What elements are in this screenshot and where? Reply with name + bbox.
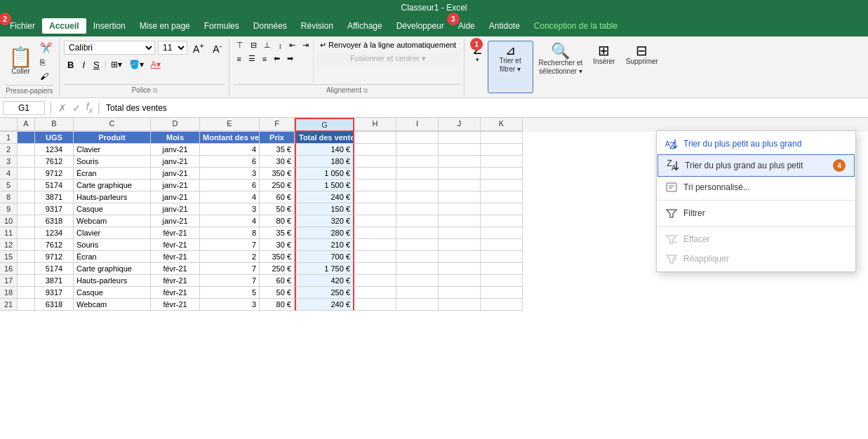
menu-item-mise-en-page[interactable]: Mise en page [133,18,197,34]
menu-item-donnees[interactable]: Données [246,18,294,34]
cell[interactable] [481,275,523,287]
cell[interactable] [18,239,35,251]
cell[interactable]: févr-21 [151,299,200,311]
sort-filter-button[interactable]: ⊿ Trier etfiltrer ▾ [488,41,533,93]
cell[interactable]: Clavier [74,227,151,239]
cell[interactable]: 35 € [260,227,295,239]
cell[interactable]: 6 [200,180,260,191]
cell[interactable]: UGS [35,132,74,144]
cell[interactable] [481,191,523,203]
cell[interactable] [354,191,396,203]
cell[interactable] [439,191,481,203]
cell[interactable]: 9317 [35,203,74,215]
cell[interactable] [481,287,523,299]
cell[interactable] [396,263,439,275]
cell[interactable]: 9317 [35,287,74,299]
cell[interactable]: Casque [74,287,151,299]
cell[interactable]: 5174 [35,180,74,191]
cell[interactable] [439,180,481,191]
cell[interactable]: 7 [200,239,260,251]
cell[interactable] [481,215,523,227]
cell[interactable] [439,299,481,311]
col-header-b[interactable]: B [35,118,74,132]
cell[interactable] [18,191,35,203]
cell[interactable]: 2 [200,251,260,263]
cell[interactable] [354,287,396,299]
increase-font-button[interactable]: A+ [190,39,207,56]
cell[interactable]: 180 € [295,156,354,168]
cell[interactable]: 6318 [35,299,74,311]
cell[interactable] [481,299,523,311]
cell[interactable]: Prix [260,132,295,144]
align-middle-button[interactable]: ⊟ [248,39,260,51]
custom-sort-item[interactable]: Tri personnalisé... [657,177,855,197]
cell[interactable]: 1234 [35,227,74,239]
cell[interactable] [481,180,523,191]
cell[interactable]: Clavier [74,144,151,156]
align-right-button[interactable]: ≡ [260,53,269,65]
bold-button[interactable]: B [64,58,77,72]
menu-item-antidote[interactable]: Antidote [482,18,527,34]
delete-button[interactable]: ⊟ Supprimer [622,41,661,93]
cell[interactable]: 4 [200,215,260,227]
cell[interactable]: janv-21 [151,191,200,203]
cell[interactable] [396,144,439,156]
cell[interactable]: 7 [200,275,260,287]
indent-button[interactable]: ⇤ [286,39,298,51]
menu-item-conception[interactable]: Conception de la table [527,18,625,34]
cell[interactable] [18,299,35,311]
cell[interactable]: Webcam [74,215,151,227]
cell[interactable] [18,275,35,287]
copy-button[interactable]: ⎘ [39,56,53,69]
cell[interactable]: 210 € [295,239,354,251]
cell[interactable] [481,251,523,263]
cell[interactable]: 60 € [260,275,295,287]
cell[interactable] [439,168,481,180]
cell[interactable]: 350 € [260,168,295,180]
cell[interactable] [439,132,481,144]
cell[interactable] [354,156,396,168]
cell[interactable] [354,144,396,156]
col-header-h[interactable]: H [354,118,396,132]
cell[interactable]: 240 € [295,191,354,203]
cell[interactable]: janv-21 [151,180,200,191]
menu-item-affichage[interactable]: Affichage [340,18,389,34]
cell[interactable]: févr-21 [151,227,200,239]
coller-button[interactable]: 📋 Coller [6,46,36,76]
cell[interactable] [439,251,481,263]
cell[interactable]: Hauts-parleurs [74,275,151,287]
cell[interactable]: janv-21 [151,168,200,180]
cell[interactable]: 7 [200,263,260,275]
cell[interactable]: 6 [200,156,260,168]
cell[interactable]: Carte graphique [74,180,151,191]
cell[interactable] [396,299,439,311]
decrease-font-button[interactable]: A- [210,39,225,56]
cell[interactable] [354,203,396,215]
cell[interactable] [354,263,396,275]
col-header-d[interactable]: D [151,118,200,132]
cell[interactable] [354,215,396,227]
col-header-a[interactable]: A [18,118,35,132]
cell[interactable] [18,156,35,168]
cell[interactable]: Montant des ventes [200,132,260,144]
cell[interactable] [354,227,396,239]
col-header-j[interactable]: J [439,118,481,132]
cell[interactable]: 3871 [35,191,74,203]
menu-item-accueil[interactable]: Accueil [42,18,86,34]
cancel-formula-icon[interactable]: ✗ [57,102,68,114]
cell[interactable]: 1 750 € [295,263,354,275]
cell[interactable]: 320 € [295,215,354,227]
cell[interactable]: 8 [200,227,260,239]
cell[interactable]: 6318 [35,215,74,227]
font-size-select[interactable]: 11 [158,41,187,55]
cell[interactable] [439,203,481,215]
filter-item[interactable]: Filtrer [657,203,855,223]
cell[interactable]: Écran [74,251,151,263]
cell[interactable] [396,191,439,203]
cell[interactable] [439,275,481,287]
cell[interactable] [354,299,396,311]
cell[interactable]: Mois [151,132,200,144]
cell[interactable] [481,144,523,156]
cell[interactable]: 3871 [35,275,74,287]
increase-indent-button[interactable]: ➡ [284,53,296,65]
